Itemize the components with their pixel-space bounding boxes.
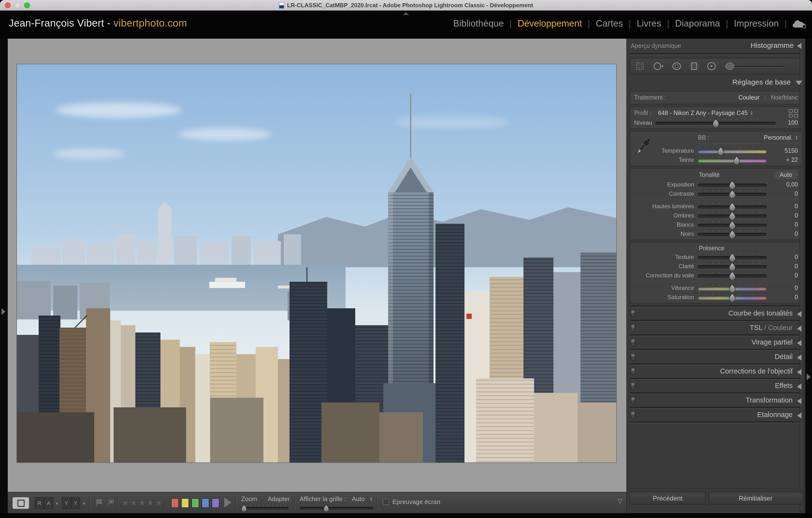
slider-thumb[interactable]: [729, 211, 735, 220]
profile-browser-icon[interactable]: [789, 109, 798, 117]
panel-collapse-icon[interactable]: [797, 384, 801, 390]
zoom-label[interactable]: Zoom: [241, 495, 257, 502]
contrast-slider[interactable]: [698, 190, 766, 197]
wb-caret-icon[interactable]: ▲▼: [795, 135, 798, 140]
grid-slider-thumb[interactable]: [323, 505, 329, 512]
previous-button[interactable]: Précédent: [630, 492, 705, 505]
reset-button[interactable]: Réinitialiser: [708, 492, 803, 505]
profile-value[interactable]: 648 - Nikon Z Any - Paysage C45: [658, 110, 748, 117]
panel-collapse-icon[interactable]: [797, 340, 801, 346]
slider-thumb[interactable]: [729, 202, 735, 210]
loupe-view-area[interactable]: [8, 39, 627, 492]
slider-thumb[interactable]: [718, 147, 724, 155]
window-titlebar[interactable]: LR-CLASSIC_CatMBP_2020.lrcat - Adobe Pho…: [0, 0, 812, 11]
slider-thumb[interactable]: [729, 181, 735, 189]
zoom-slider[interactable]: [241, 507, 289, 510]
treatment-bw-option[interactable]: Noir/blanc: [771, 94, 798, 101]
panel-header-effects[interactable]: Effets: [630, 380, 802, 392]
color-label-purple[interactable]: [212, 498, 220, 508]
wb-value[interactable]: Personnal.: [764, 134, 793, 141]
module-cartes[interactable]: Cartes: [596, 18, 623, 29]
sync-cloud-icon[interactable]: [793, 20, 805, 28]
reference-view-button[interactable]: RA: [35, 497, 53, 509]
panel-toggle-icon[interactable]: [631, 382, 635, 390]
slider-thumb[interactable]: [729, 230, 735, 238]
color-label-green[interactable]: [192, 498, 199, 508]
panel-collapse-icon[interactable]: [797, 398, 801, 404]
panel-collapse-icon[interactable]: [797, 355, 801, 361]
star-rating[interactable]: ★★★★★: [122, 498, 164, 507]
vibrance-slider[interactable]: [698, 284, 766, 292]
panel-toggle-icon[interactable]: [631, 353, 635, 361]
before-after-caret-icon[interactable]: ▼: [82, 501, 86, 506]
fit-label[interactable]: Adapter: [268, 495, 290, 502]
slider-thumb[interactable]: [729, 190, 735, 198]
left-panel-collapsed-strip[interactable]: [0, 39, 8, 513]
loupe-view-button[interactable]: [12, 497, 29, 509]
texture-slider[interactable]: [698, 253, 766, 261]
panel-collapse-icon[interactable]: [797, 326, 801, 332]
panel-header-transform[interactable]: Transformation: [630, 394, 802, 407]
module-bibliotheque[interactable]: Bibliothèque: [453, 18, 504, 29]
saturation-slider[interactable]: [698, 293, 766, 301]
panel-toggle-icon[interactable]: [631, 397, 635, 404]
profile-caret-icon[interactable]: ▲▼: [750, 111, 753, 116]
panel-toggle-icon[interactable]: [631, 324, 635, 332]
right-panel-edge-strip[interactable]: [805, 39, 812, 513]
panel-collapse-icon[interactable]: [797, 413, 801, 419]
slider-thumb[interactable]: [713, 119, 719, 127]
panel-toggle-icon[interactable]: [631, 310, 635, 317]
panel-header-detail[interactable]: Détail: [630, 351, 802, 363]
slider-thumb[interactable]: [729, 284, 735, 292]
panel-header-lens-corrections[interactable]: Corrections de l'objectif: [630, 365, 802, 378]
clarity-slider[interactable]: [698, 262, 766, 270]
panel-collapse-icon[interactable]: [797, 369, 801, 375]
left-panel-reveal-icon[interactable]: [1, 308, 5, 315]
red-eye-tool-icon[interactable]: [672, 61, 682, 71]
grid-mode-value[interactable]: Auto: [352, 495, 365, 502]
filmstrip-collapsed-strip[interactable]: [0, 513, 812, 518]
slider-thumb[interactable]: [729, 253, 735, 261]
soft-proofing-checkbox[interactable]: [383, 499, 389, 505]
treatment-color-option[interactable]: Couleur: [738, 94, 759, 101]
slider-thumb[interactable]: [729, 262, 735, 270]
adjustment-brush-tool-icon[interactable]: [725, 61, 787, 71]
whites-slider[interactable]: [698, 221, 766, 228]
zoom-slider-thumb[interactable]: [241, 505, 247, 512]
impromptu-slideshow-button[interactable]: [224, 498, 232, 507]
color-label-red[interactable]: [171, 498, 179, 508]
module-impression[interactable]: Impression: [734, 18, 779, 29]
color-label-blue[interactable]: [202, 498, 209, 508]
identity-plate[interactable]: Jean-François Vibert - vibertphoto.com: [9, 18, 187, 29]
panel-header-calibration[interactable]: Etalonnage: [630, 409, 802, 421]
panel-scrollbar[interactable]: [800, 40, 804, 511]
histogram-collapse-icon[interactable]: [797, 43, 801, 49]
panel-header-split-toning[interactable]: Virage partiel: [630, 336, 802, 349]
radial-filter-tool-icon[interactable]: [707, 61, 716, 71]
color-label-yellow[interactable]: [181, 498, 189, 508]
wb-eyedropper-icon[interactable]: [634, 135, 652, 157]
graduated-filter-tool-icon[interactable]: [690, 61, 698, 71]
profile-amount-slider[interactable]: [656, 119, 776, 126]
panel-toggle-icon[interactable]: [631, 339, 635, 346]
module-livres[interactable]: Livres: [637, 18, 661, 29]
slider-thumb[interactable]: [729, 271, 735, 279]
panel-header-tone-curve[interactable]: Courbe des tonalités: [630, 307, 802, 320]
dehaze-slider[interactable]: [698, 271, 766, 279]
top-panel-collapse-icon[interactable]: [403, 12, 409, 15]
tint-slider[interactable]: [698, 156, 766, 163]
slider-thumb[interactable]: [733, 156, 740, 164]
panel-header-hsl-color[interactable]: TSL / Couleur: [630, 322, 802, 334]
pick-flag-icon[interactable]: [96, 499, 104, 507]
minimize-button[interactable]: [14, 2, 20, 8]
exposure-slider[interactable]: [698, 181, 766, 188]
spot-removal-tool-icon[interactable]: [653, 61, 664, 71]
tone-auto-button[interactable]: Auto: [774, 171, 798, 179]
panel-collapse-icon[interactable]: [797, 311, 801, 317]
temperature-slider[interactable]: [698, 147, 766, 154]
slider-thumb[interactable]: [729, 293, 735, 301]
highlights-slider[interactable]: [698, 202, 766, 210]
panel-toggle-icon[interactable]: [631, 368, 635, 375]
right-panel-collapse-icon[interactable]: [807, 373, 811, 380]
blacks-slider[interactable]: [698, 230, 766, 238]
